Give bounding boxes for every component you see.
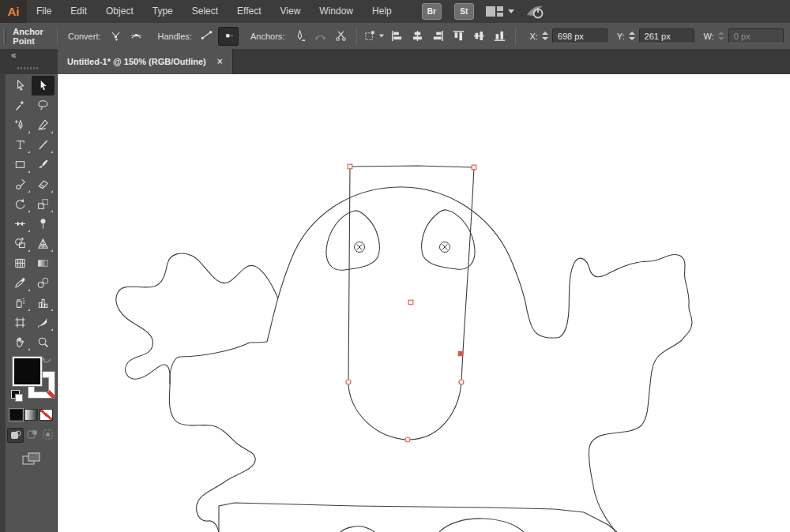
transform-dropdown[interactable]	[363, 28, 385, 45]
none-button[interactable]	[40, 409, 53, 421]
anchor-point-hollow[interactable]	[472, 165, 476, 170]
gradient-button[interactable]	[24, 409, 38, 421]
left-armpit-ledge-path[interactable]	[170, 342, 267, 384]
workspace-switcher[interactable]	[485, 6, 514, 17]
anchor-point-hollow[interactable]	[408, 300, 413, 305]
mesh-tool[interactable]	[9, 253, 32, 273]
horizontal-align-center-button[interactable]	[408, 28, 427, 45]
gradient-tool[interactable]	[32, 253, 55, 273]
rotate-tool[interactable]	[9, 194, 32, 214]
remove-anchor-button[interactable]	[290, 28, 309, 45]
tab-close-icon[interactable]: ×	[217, 57, 223, 66]
column-graph-tool[interactable]	[32, 293, 55, 313]
left-eye-path[interactable]	[326, 211, 379, 270]
screen-mode-button[interactable]	[22, 452, 41, 466]
menu-item-select[interactable]: Select	[182, 0, 228, 23]
menu-item-view[interactable]: View	[271, 0, 310, 23]
menu-item-help[interactable]: Help	[363, 0, 401, 23]
x-stepper[interactable]	[540, 30, 550, 42]
color-button[interactable]	[9, 409, 23, 421]
artboard-canvas[interactable]	[58, 74, 790, 532]
artboard-tool[interactable]	[9, 313, 32, 332]
menu-item-effect[interactable]: Effect	[228, 0, 270, 23]
head-dome-path[interactable]	[267, 187, 527, 342]
blob-brush-tool[interactable]	[9, 174, 32, 194]
selection-tool[interactable]	[9, 76, 32, 96]
document-tab[interactable]: Untitled-1* @ 150% (RGB/Outline) ×	[58, 49, 233, 74]
app-logo[interactable]: Ai	[0, 0, 27, 23]
vertical-align-bottom-button[interactable]	[490, 28, 509, 45]
y-input[interactable]	[639, 28, 694, 43]
menu-item-file[interactable]: File	[27, 0, 61, 23]
bridge-button[interactable]: Br	[422, 3, 442, 20]
connect-endpoints-button[interactable]	[310, 28, 329, 45]
menu-item-edit[interactable]: Edit	[61, 0, 96, 23]
line-segment-tool-icon	[36, 138, 50, 152]
show-handles-button[interactable]	[198, 27, 216, 44]
menu-item-type[interactable]: Type	[143, 0, 182, 23]
type-tool[interactable]	[9, 135, 32, 155]
rectangle-tool[interactable]	[9, 155, 32, 174]
stock-button[interactable]: St	[454, 3, 474, 20]
draw-normal-button[interactable]	[7, 428, 24, 443]
free-transform-tool[interactable]	[32, 214, 55, 234]
right-arm-path[interactable]	[527, 254, 692, 532]
scale-tool[interactable]	[32, 194, 55, 214]
horizontal-align-left-button[interactable]	[387, 28, 406, 45]
left-arm-path[interactable]	[116, 253, 278, 532]
default-fill-stroke-icon[interactable]	[11, 390, 20, 399]
draw-normal-icon	[10, 430, 21, 440]
cut-path-button[interactable]	[331, 28, 350, 45]
control-bar-grip[interactable]	[3, 28, 6, 45]
bottom-bump-center-path[interactable]	[340, 526, 374, 532]
w-label: W:	[704, 32, 714, 41]
draw-inside-button[interactable]	[40, 428, 55, 441]
bottom-bump-right-path[interactable]	[439, 519, 524, 532]
collapse-panel-button[interactable]: «	[11, 50, 16, 61]
width-tool[interactable]	[9, 214, 32, 234]
anchor-point-round-hollow[interactable]	[459, 380, 464, 384]
fill-swatch[interactable]	[13, 357, 42, 386]
eraser-tool[interactable]	[32, 174, 55, 194]
magic-wand-tool[interactable]	[9, 96, 32, 115]
slice-tool[interactable]	[32, 313, 55, 332]
y-label: Y:	[617, 32, 625, 41]
line-segment-tool[interactable]	[32, 135, 55, 155]
x-input[interactable]	[552, 28, 608, 43]
vertical-align-top-button[interactable]	[449, 28, 468, 45]
shape-builder-tool[interactable]	[9, 234, 32, 253]
convert-to-corner-button[interactable]	[107, 28, 126, 45]
shape-builder-tool-icon	[13, 237, 27, 250]
eyedropper-tool[interactable]	[9, 273, 32, 293]
lasso-tool[interactable]	[32, 96, 55, 115]
hand-tool[interactable]	[9, 332, 32, 352]
right-eye-path[interactable]	[422, 210, 475, 269]
y-stepper[interactable]	[627, 30, 637, 42]
blend-tool[interactable]	[32, 273, 55, 293]
belly-line-path[interactable]	[219, 503, 617, 532]
direct-selection-tool[interactable]	[32, 76, 55, 96]
hide-handles-button[interactable]	[218, 27, 239, 46]
menu-item-window[interactable]: Window	[310, 0, 363, 23]
anchor-point-round-hollow[interactable]	[405, 437, 410, 442]
menu-item-object[interactable]: Object	[96, 0, 143, 23]
separator	[57, 27, 58, 46]
symbol-sprayer-tool[interactable]	[9, 293, 32, 313]
hand-tool-icon	[13, 335, 27, 349]
zoom-tool[interactable]	[32, 332, 55, 352]
anchor-point-round-hollow[interactable]	[346, 380, 351, 384]
vertical-align-center-button[interactable]	[469, 28, 488, 45]
anchor-point-selected[interactable]	[458, 351, 463, 356]
cs-live-icon[interactable]	[525, 4, 546, 20]
anchor-point-hollow[interactable]	[348, 164, 352, 169]
swap-fill-stroke-icon[interactable]: ⤸	[41, 358, 51, 363]
horizontal-align-right-button[interactable]	[428, 28, 447, 45]
pen-tool[interactable]	[9, 115, 32, 135]
convert-to-smooth-button[interactable]	[127, 28, 146, 45]
perspective-grid-tool[interactable]	[32, 234, 55, 253]
artwork-svg[interactable]	[58, 74, 790, 532]
pencil-tool[interactable]	[32, 115, 55, 135]
draw-behind-button[interactable]	[24, 428, 40, 441]
toolbar-grip[interactable]	[17, 67, 38, 69]
paintbrush-tool[interactable]	[32, 155, 55, 174]
